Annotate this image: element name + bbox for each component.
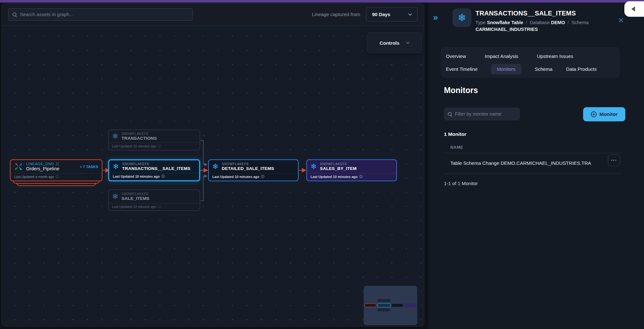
search-icon — [13, 13, 16, 16]
monitor-filter-box[interactable] — [444, 108, 520, 120]
search-input[interactable] — [20, 12, 188, 17]
tab-event-timeline[interactable]: Event Timeline — [446, 64, 477, 74]
info-icon: ⓘ — [56, 174, 59, 179]
monitors-heading: Monitors — [444, 86, 478, 95]
pagination-text: 1-1 of 1 Monitor — [444, 181, 478, 186]
node-sale-items[interactable]: ❄ SNOWFLAKEFE SALE_ITEMS Last Updated 10… — [108, 190, 200, 211]
node-connector-label: SNOWFLAKEFE — [121, 192, 149, 196]
minimap-node — [378, 308, 390, 311]
breadcrumb-separator: / — [566, 20, 570, 25]
minimap-node — [391, 304, 403, 307]
monitor-filter-input[interactable] — [455, 111, 516, 117]
info-icon: ⓘ — [158, 144, 161, 148]
breadcrumb: Type Snowflake Table / Database DEMO / S… — [476, 19, 619, 33]
breadcrumb-database-label: Database — [530, 20, 550, 25]
chevron-down-icon — [408, 12, 412, 15]
monitor-row-name[interactable]: Table Schema Change DEMO.CARMICHAEL_INDU… — [450, 160, 608, 166]
node-connector-label: SNOWFLAKEFE — [121, 132, 157, 136]
time-range-value: 90 Days — [372, 12, 390, 17]
node-title: SALE_ITEMS — [121, 196, 149, 201]
asset-icon-tile: ❄ — [453, 8, 471, 27]
tab-data-products[interactable]: Data Products — [566, 64, 597, 74]
time-range-select[interactable]: 90 Days — [366, 7, 418, 22]
arrow-left-icon — [631, 6, 635, 12]
node-orders-pipeline[interactable]: LINEAGE_DND Orders_Pipeline + 7 TASKS La… — [10, 159, 102, 181]
info-icon: ⓘ — [161, 174, 165, 179]
breadcrumb-schema-label: Schema — [572, 20, 589, 25]
asset-details-panel: » ❄ TRANSACTIONS__SALE_ITEMS Type Snowfl… — [428, 3, 644, 329]
breadcrumb-separator: / — [524, 20, 528, 25]
graph-toolbar: Lineage captured from 90 Days — [2, 4, 424, 25]
node-title: SALES_BY_ITEM — [320, 166, 357, 171]
expand-panel-icon[interactable]: » — [433, 12, 438, 23]
airflow-mini-icon — [55, 162, 59, 166]
node-transactions[interactable]: ❄ SNOWFLAKEFE TRANSACTIONS Last Updated … — [108, 130, 200, 150]
node-connector-label: LINEAGE_DND — [26, 162, 54, 166]
airflow-icon — [14, 162, 23, 171]
snowflake-icon: ❄ — [212, 163, 218, 170]
node-last-updated: Last Updated 10 minutes ago — [112, 205, 156, 209]
lineage-graph-container: Lineage captured from 90 Days Controls L… — [2, 3, 424, 326]
node-last-updated: Last Updated 10 minutes ago — [311, 175, 358, 179]
graph-minimap[interactable] — [364, 286, 417, 325]
add-monitor-label: Monitor — [600, 111, 618, 117]
breadcrumb-database-value: DEMO — [551, 20, 565, 25]
snowflake-icon: ❄ — [113, 163, 119, 170]
tab-impact-analysis[interactable]: Impact Analysis — [485, 51, 518, 61]
breadcrumb-type-value: Snowflake Table — [487, 20, 523, 25]
node-connector-label: SNOWFLAKEFE — [320, 162, 357, 166]
plus-circle-icon: + — [591, 111, 597, 117]
node-sales-by-item[interactable]: ❄ SNOWFLAKEFE SALES_BY_ITEM Last Updated… — [306, 159, 397, 181]
tab-schema[interactable]: Schema — [535, 64, 553, 74]
add-monitor-button[interactable]: + Monitor — [583, 107, 625, 121]
monitor-row-menu-button[interactable]: ··· — [608, 155, 620, 166]
node-transactions-sale-items[interactable]: ❄ SNOWFLAKEFE TRANSACTIONS__SALE_ITEMS L… — [108, 159, 200, 181]
minimap-node — [404, 304, 416, 307]
tab-upstream-issues[interactable]: Upstream Issues — [537, 51, 573, 61]
top-accent-bar — [0, 0, 644, 3]
close-panel-icon[interactable]: ✕ — [618, 16, 624, 25]
snowflake-icon: ❄ — [458, 13, 466, 23]
table-divider — [444, 174, 622, 174]
collapse-sidebar-handle[interactable] — [624, 1, 644, 17]
minimap-node — [378, 299, 390, 302]
node-title: DETAILED_SALE_ITEMS — [222, 166, 274, 171]
tab-overview[interactable]: Overview — [446, 51, 466, 61]
info-icon: ⓘ — [261, 174, 264, 179]
chevron-down-icon — [406, 40, 409, 44]
panel-tabs: Overview Impact Analysis Upstream Issues… — [441, 47, 620, 78]
node-title: TRANSACTIONS — [121, 136, 157, 141]
table-divider — [444, 153, 622, 153]
node-last-updated: Last Updated 10 minutes ago — [113, 174, 160, 178]
minimap-node — [378, 303, 390, 307]
breadcrumb-schema-value: CARMICHAEL_INDUSTRIES — [476, 27, 538, 32]
monitor-count: 1 Monitor — [444, 131, 466, 137]
graph-search-box[interactable] — [8, 8, 193, 21]
node-title: Orders_Pipeline — [26, 166, 59, 171]
node-detailed-sale-items[interactable]: ❄ SNOWFLAKEFE DETAILED_SALE_ITEMS Last U… — [208, 159, 299, 181]
minimap-node — [365, 304, 376, 307]
snowflake-icon: ❄ — [311, 163, 317, 170]
node-last-updated: Last Updated a month ago — [14, 175, 54, 179]
column-header-name: NAME — [450, 145, 463, 150]
search-icon — [448, 112, 452, 116]
info-icon: ⓘ — [359, 174, 362, 179]
snowflake-icon: ❄ — [112, 193, 118, 200]
snowflake-icon: ❄ — [112, 133, 118, 140]
asset-title: TRANSACTIONS__SALE_ITEMS — [476, 10, 576, 17]
node-connector-label: SNOWFLAKEFE — [222, 162, 274, 166]
controls-dropdown[interactable]: Controls — [367, 33, 422, 53]
breadcrumb-type-label: Type — [476, 20, 485, 25]
tasks-badge: + 7 TASKS — [77, 165, 98, 169]
node-last-updated: Last Updated 10 minutes ago — [112, 144, 156, 148]
node-last-updated: Last Updated 10 minutes ago — [212, 175, 259, 179]
info-icon: ⓘ — [158, 204, 161, 209]
lineage-captured-label: Lineage captured from — [312, 12, 360, 17]
node-connector-label: SNOWFLAKEFE — [122, 162, 190, 166]
node-title: TRANSACTIONS__SALE_ITEMS — [122, 166, 190, 171]
tab-monitors[interactable]: Monitors — [491, 64, 521, 74]
controls-label: Controls — [380, 40, 399, 46]
